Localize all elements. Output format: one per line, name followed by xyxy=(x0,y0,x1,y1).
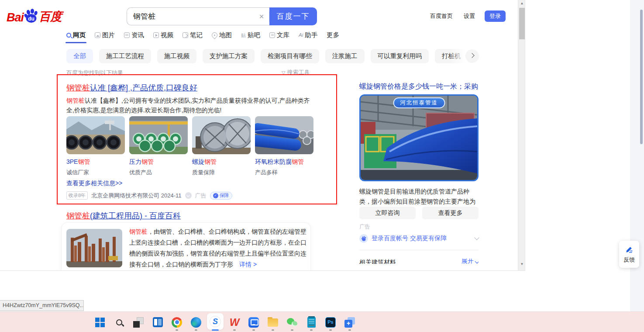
tab-maps[interactable]: 地图 xyxy=(212,30,232,40)
tab-tieba[interactable]: 贴贴吧 xyxy=(241,30,260,40)
desktop-screen: Bai du 百度 × 百度一下 百度首页 设置 登录 网页 xyxy=(0,0,644,332)
thumb-caption[interactable]: 螺旋钢管 xyxy=(192,158,251,166)
expand-button[interactable]: 展开 xyxy=(461,259,479,264)
baidu-paw-icon: du xyxy=(23,8,40,24)
thumb-caption[interactable]: 环氧粉末防腐钢管 xyxy=(255,158,313,166)
edge-icon xyxy=(191,317,201,328)
scroll-up-arrow[interactable]: ▲ xyxy=(518,1,525,5)
chip-process[interactable]: 施工工艺流程 xyxy=(99,49,151,63)
tab-videos[interactable]: 视频 xyxy=(153,30,173,40)
pc-manager-button[interactable] xyxy=(245,313,262,331)
notes-app-button[interactable] xyxy=(303,313,320,331)
pipe-photo-blue[interactable] xyxy=(255,116,313,154)
taskbar-icons: S W Ps xyxy=(92,313,358,331)
tieba-icon: 贴 xyxy=(241,32,246,38)
ad-result-title[interactable]: 钢管桩认准 [鑫桦] ,产品优质,口碑良好 xyxy=(66,83,197,93)
panel-app-button[interactable] xyxy=(149,313,166,331)
search-tools-button[interactable]: ▽ 搜索工具 xyxy=(282,69,310,76)
tab-notes[interactable]: 笔记 xyxy=(183,30,203,40)
chip-grouting[interactable]: 注浆施工 xyxy=(325,49,365,63)
windows-logo-icon xyxy=(95,318,105,327)
sidebar-ad-image[interactable]: 河北恒泰管道 xyxy=(359,94,479,181)
thumb-epoxy-pipe[interactable]: 环氧粉末防腐钢管 产品多样 xyxy=(255,116,313,176)
thumb-spiral-pipe[interactable]: 螺旋钢管 质量保障 xyxy=(192,116,251,176)
login-promo-row[interactable]: 登录百度帐号 交易更有保障 xyxy=(359,234,479,243)
map-pin-icon xyxy=(210,31,218,39)
baidu-logo[interactable]: Bai du 百度 xyxy=(7,8,62,24)
desktop-app-button[interactable] xyxy=(130,313,147,331)
tab-more[interactable]: 更多 xyxy=(327,30,339,40)
search-vertical-tabs: 网页 图片 资讯 视频 笔记 地图 贴贴吧 文库 Ai助手 更多 xyxy=(66,30,339,40)
tab-wenku[interactable]: 文库 xyxy=(269,30,289,40)
chevron-down-icon[interactable] xyxy=(185,192,192,199)
svg-text:du: du xyxy=(28,16,34,22)
tab-news[interactable]: 资讯 xyxy=(124,30,144,40)
chip-inspection[interactable]: 检测项目有哪些 xyxy=(261,49,319,63)
pipe-photo-black[interactable] xyxy=(66,116,125,154)
sidebar-ad-label: 广告 xyxy=(359,223,370,231)
sidebar-divider xyxy=(359,250,479,250)
thumb-caption[interactable]: 3PE钢管 xyxy=(66,158,125,166)
baike-result-title[interactable]: 钢管桩(建筑工程用品) - 百度百科 xyxy=(66,211,181,221)
thumb-3pe-pipe[interactable]: 3PE钢管 诚信厂家 xyxy=(66,116,125,176)
pc-manager-icon xyxy=(248,317,259,328)
edge-button[interactable] xyxy=(188,313,204,331)
search-button[interactable]: 百度一下 xyxy=(269,7,317,25)
chrome-icon xyxy=(172,317,182,328)
ad-more-link[interactable]: 查看更多相关信息>> xyxy=(66,180,122,187)
see-more-button[interactable]: 查看更多 xyxy=(422,207,479,219)
sidebar-ad-title[interactable]: 螺旋钢管价格是多少钱一吨一米；采购 xyxy=(359,82,480,91)
photoshop-button[interactable]: Ps xyxy=(322,313,339,331)
pipe-photo-green[interactable] xyxy=(129,116,188,154)
login-button[interactable]: 登录 xyxy=(485,10,506,22)
logo-text-zh: 百度 xyxy=(39,9,62,24)
chip-video[interactable]: 施工视频 xyxy=(157,49,196,63)
scroll-down-arrow[interactable]: ▼ xyxy=(518,262,525,266)
note-icon xyxy=(183,32,188,38)
docs-add-button[interactable] xyxy=(341,313,358,331)
settings-link[interactable]: 设置 xyxy=(464,12,475,20)
clear-search-icon[interactable]: × xyxy=(254,12,269,21)
chrome-button[interactable] xyxy=(169,313,185,331)
chip-support-plan[interactable]: 支护施工方案 xyxy=(203,49,255,63)
ad-source-text: 北京企腾网络技术有限公司 2024-11 xyxy=(91,192,181,200)
scrollbar-thumb[interactable] xyxy=(519,8,525,39)
background-scrollbar-thumb[interactable] xyxy=(640,10,643,144)
wps-button[interactable]: W xyxy=(226,313,243,331)
baidu-home-link[interactable]: 百度首页 xyxy=(430,12,453,20)
wps-icon: W xyxy=(230,317,240,328)
detail-link[interactable]: 详情 > xyxy=(239,261,257,268)
pipe-photo-gray[interactable] xyxy=(192,116,251,154)
search-field[interactable]: × xyxy=(127,7,269,25)
photoshop-icon: Ps xyxy=(325,317,336,328)
chip-reusable[interactable]: 可以重复利用吗 xyxy=(371,49,429,63)
search-icon xyxy=(66,33,71,38)
chevron-down-icon[interactable] xyxy=(474,235,479,240)
tab-assistant[interactable]: Ai助手 xyxy=(299,30,317,40)
feedback-button[interactable]: 反馈 xyxy=(619,241,639,268)
baike-thumbnail[interactable] xyxy=(66,229,122,267)
wechat-button[interactable] xyxy=(284,313,300,331)
page-scrollbar[interactable]: ▲ ▼ xyxy=(518,0,525,271)
search-input[interactable] xyxy=(127,12,254,21)
chips-next-button[interactable] xyxy=(465,49,479,63)
taskbar-search-button[interactable] xyxy=(111,313,127,331)
ai-icon: Ai xyxy=(299,32,303,38)
thumb-pressure-pipe[interactable]: 压力钢管 优质产品 xyxy=(129,116,188,176)
guarantee-badge[interactable]: ✓ 保障 xyxy=(210,192,232,200)
search-icon xyxy=(116,319,122,325)
tab-images[interactable]: 图片 xyxy=(95,30,115,40)
browser-viewport: Bai du 百度 × 百度一下 百度首页 设置 登录 网页 xyxy=(0,0,525,271)
chip-all[interactable]: 全部 xyxy=(66,49,93,63)
thumb-subcaption: 优质产品 xyxy=(129,169,188,176)
consult-now-button[interactable]: 立即咨询 xyxy=(359,207,416,219)
sogou-browser-button[interactable]: S xyxy=(207,313,224,330)
ad-thumbnails: 3PE钢管 诚信厂家 xyxy=(66,116,313,176)
tab-webpages[interactable]: 网页 xyxy=(66,30,86,40)
ad-label: 广告 xyxy=(195,192,207,200)
folder-icon xyxy=(268,318,278,327)
thumb-caption[interactable]: 压力钢管 xyxy=(129,158,188,166)
start-button[interactable] xyxy=(92,313,108,331)
file-explorer-button[interactable] xyxy=(265,313,281,331)
ad-result-description: 钢管桩认准【鑫桦】,公司拥有专业的技术团队,实力和产品质量获得业界的认可,产品种… xyxy=(66,96,311,115)
